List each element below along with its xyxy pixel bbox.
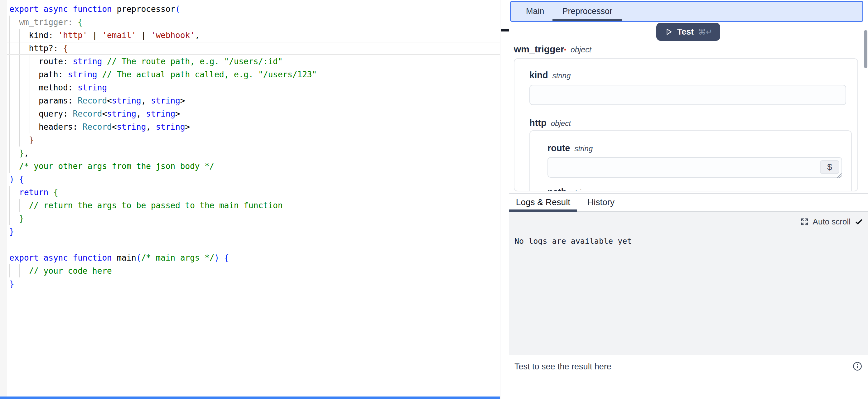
- code-line: // return the args to be passed to the m…: [9, 199, 317, 212]
- field-name: path: [548, 187, 566, 191]
- tab-main-label: Main: [526, 6, 545, 16]
- tab-history-label: History: [587, 197, 615, 207]
- code-line: params: Record<string, string>: [9, 94, 317, 107]
- code-line: path: string // The actual path called, …: [9, 68, 317, 81]
- kind-heading: kind string: [529, 70, 570, 81]
- field-type: string: [575, 144, 593, 153]
- result-area: Test to see the result here: [509, 355, 868, 399]
- bottom-accent-bar: [0, 397, 500, 399]
- http-object-box: route string $ path string: [529, 130, 852, 191]
- auto-scroll-control[interactable]: Auto scroll: [800, 217, 863, 226]
- wm-trigger-object-box: kind string http object route string $ p…: [514, 58, 858, 191]
- logs-panel: Logs & Result History Auto scroll: [509, 193, 868, 399]
- check-icon[interactable]: [855, 218, 863, 226]
- route-input[interactable]: [548, 157, 842, 178]
- code-content[interactable]: export async function preprocessor( wm_t…: [9, 2, 317, 290]
- field-name: http: [529, 118, 547, 128]
- field-name: route: [548, 143, 570, 153]
- code-line: }: [9, 212, 317, 225]
- code-line: }: [9, 277, 317, 290]
- active-tab-indicator: [553, 19, 623, 21]
- expression-toggle-button[interactable]: $: [820, 160, 839, 174]
- path-heading: path string: [548, 187, 589, 191]
- field-type: object: [551, 119, 571, 128]
- active-tab-indicator: [509, 210, 577, 212]
- logs-body: Auto scroll No logs are available yet: [509, 212, 868, 355]
- code-line: method: string: [9, 81, 317, 94]
- editor-gutter: [0, 0, 7, 397]
- code-line: /* your other args from the json body */: [9, 160, 317, 173]
- field-type: string: [553, 71, 571, 80]
- function-tab-selector: Main Preprocessor: [510, 1, 863, 22]
- code-line: export async function preprocessor(: [9, 2, 317, 16]
- test-button-label: Test: [677, 27, 694, 37]
- splitter-handle[interactable]: [501, 29, 509, 31]
- info-icon[interactable]: [852, 361, 862, 371]
- code-editor-pane[interactable]: export async function preprocessor( wm_t…: [0, 0, 500, 397]
- dollar-label: $: [827, 162, 832, 172]
- scrollbar-thumb[interactable]: [864, 30, 867, 68]
- auto-scroll-label: Auto scroll: [813, 217, 850, 226]
- code-line: }: [9, 133, 317, 147]
- play-icon: [664, 27, 673, 36]
- code-line: query: Record<string, string>: [9, 107, 317, 120]
- code-line: kind: 'http' | 'email' | 'webhook',: [9, 29, 317, 42]
- test-button[interactable]: Test ⌘↵: [656, 23, 720, 41]
- tab-preprocessor-label: Preprocessor: [562, 6, 613, 16]
- logs-empty-message: No logs are available yet: [515, 237, 632, 246]
- wm-trigger-heading: wm_trigger* object: [514, 44, 591, 55]
- code-line: headers: Record<string, string>: [9, 120, 317, 133]
- field-name: wm_trigger: [514, 44, 564, 54]
- code-line: return {: [9, 186, 317, 199]
- expand-icon[interactable]: [800, 218, 809, 226]
- logs-tab-bar: Logs & Result History: [509, 193, 868, 212]
- tab-logs-label: Logs & Result: [516, 197, 570, 207]
- code-line: }: [9, 225, 317, 238]
- code-line: [9, 238, 317, 251]
- code-line: },: [9, 147, 317, 160]
- right-panel: Main Preprocessor Test ⌘↵ wm_trigger* ob…: [509, 0, 868, 399]
- field-name: kind: [529, 70, 548, 81]
- code-line: http?: {: [9, 42, 317, 55]
- code-line: route: string // The route path, e.g. "/…: [9, 55, 317, 68]
- kind-input[interactable]: [529, 85, 846, 105]
- http-heading: http object: [529, 118, 571, 128]
- resize-grip[interactable]: [836, 173, 841, 178]
- field-type: string: [571, 188, 589, 191]
- tab-logs-result[interactable]: Logs & Result: [509, 193, 577, 211]
- code-line: wm_trigger: {: [9, 16, 317, 29]
- tab-history[interactable]: History: [577, 193, 625, 211]
- code-line: export async function main(/* main args …: [9, 251, 317, 264]
- code-line: // your code here: [9, 264, 317, 277]
- field-type: object: [570, 45, 591, 54]
- code-line: ) {: [9, 173, 317, 186]
- tab-preprocessor[interactable]: Preprocessor: [553, 2, 623, 21]
- route-heading: route string: [548, 143, 593, 153]
- tab-main[interactable]: Main: [518, 2, 553, 21]
- test-shortcut: ⌘↵: [698, 27, 712, 36]
- pane-divider: [500, 0, 500, 399]
- result-placeholder: Test to see the result here: [515, 362, 611, 372]
- required-marker: *: [564, 48, 566, 53]
